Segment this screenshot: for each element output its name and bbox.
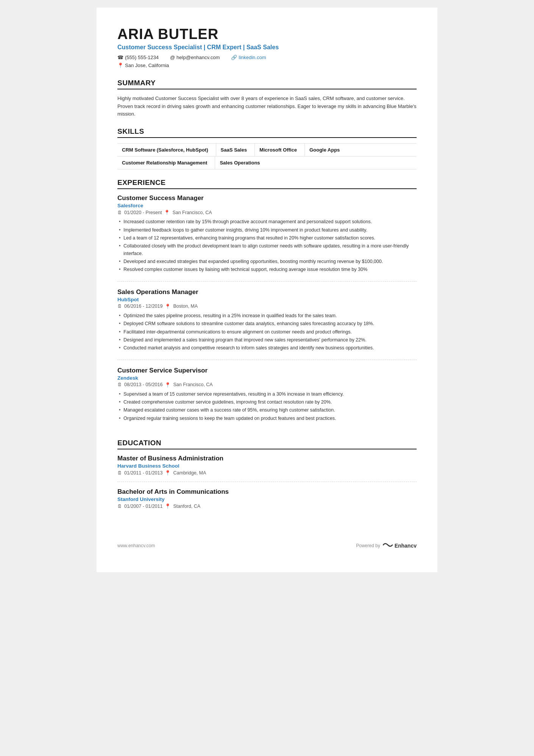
job-dates-2: 08/2013 - 05/2016 bbox=[124, 382, 162, 387]
skill-crm2: Customer Relationship Management bbox=[117, 157, 215, 169]
bullet-1-3: Designed and implemented a sales trainin… bbox=[117, 337, 417, 344]
candidate-name: ARIA BUTLER bbox=[117, 27, 417, 42]
linkedin-contact[interactable]: 🔗 linkedin.com bbox=[231, 55, 266, 60]
skill-google: Google Apps bbox=[305, 144, 347, 156]
job-entry-0: Customer Success Manager Salesforce 🗓 01… bbox=[117, 194, 417, 282]
edu-dates-1: 01/2007 - 01/2011 bbox=[124, 504, 162, 509]
email-icon: @ bbox=[170, 55, 175, 60]
education-section: EDUCATION Master of Business Administrat… bbox=[117, 439, 417, 515]
skills-row-2: Customer Relationship Management Sales O… bbox=[117, 157, 417, 169]
job-title-2: Customer Service Supervisor bbox=[117, 367, 417, 374]
job-dates-1: 06/2016 - 12/2019 bbox=[124, 304, 162, 309]
job-entry-1: Sales Operations Manager HubSpot 🗓 06/20… bbox=[117, 288, 417, 360]
skill-salesops: Sales Operations bbox=[215, 157, 267, 169]
summary-section: SUMMARY Highly motivated Customer Succes… bbox=[117, 79, 417, 118]
resume-page: ARIA BUTLER Customer Success Specialist … bbox=[97, 8, 437, 572]
job-meta-1: 🗓 06/2016 - 12/2019 📍 Boston, MA bbox=[117, 304, 417, 309]
experience-title: EXPERIENCE bbox=[117, 178, 417, 189]
calendar-icon-2: 🗓 bbox=[117, 382, 122, 387]
header: ARIA BUTLER Customer Success Specialist … bbox=[117, 27, 417, 70]
calendar-icon-1: 🗓 bbox=[117, 304, 122, 309]
bullet-1-0: Optimized the sales pipeline process, re… bbox=[117, 312, 417, 319]
email-contact: @ help@enhancv.com bbox=[170, 55, 220, 60]
job-meta-sep-2: 📍 bbox=[165, 382, 171, 388]
linkedin-icon: 🔗 bbox=[231, 55, 237, 60]
job-meta-2: 🗓 08/2013 - 05/2016 📍 San Francisco, CA bbox=[117, 382, 417, 388]
edu-location-0: Cambridge, MA bbox=[173, 470, 206, 476]
page-footer: www.enhancv.com Powered by Enhancv bbox=[117, 538, 417, 549]
edu-meta-sep-1: 📍 bbox=[165, 503, 171, 509]
enhancv-brand-name: Enhancv bbox=[395, 543, 417, 549]
job-title-1: Sales Operations Manager bbox=[117, 288, 417, 296]
calendar-edu-icon-0: 🗓 bbox=[117, 470, 122, 476]
skills-row-1: CRM Software (Salesforce, HubSpot) SaaS … bbox=[117, 143, 417, 157]
edu-location-1: Stanford, CA bbox=[173, 504, 200, 509]
education-title: EDUCATION bbox=[117, 439, 417, 449]
footer-url: www.enhancv.com bbox=[117, 543, 155, 548]
bullet-0-1: Implemented feedback loops to gather cus… bbox=[117, 227, 417, 234]
location-contact: 📍 San Jose, California bbox=[117, 63, 169, 68]
job-location-2: San Francisco, CA bbox=[173, 382, 212, 387]
powered-by-text: Powered by bbox=[356, 543, 380, 548]
calendar-edu-icon-1: 🗓 bbox=[117, 504, 122, 509]
skill-crm: CRM Software (Salesforce, HubSpot) bbox=[117, 144, 216, 156]
company-name-0: Salesforce bbox=[117, 203, 417, 208]
edu-meta-sep-0: 📍 bbox=[165, 470, 171, 476]
edu-school-1: Stanford University bbox=[117, 496, 417, 502]
bullet-0-3: Collaborated closely with the product de… bbox=[117, 243, 417, 257]
job-bullets-2: Supervised a team of 15 customer service… bbox=[117, 391, 417, 423]
phone-number: (555) 555-1234 bbox=[125, 55, 159, 60]
job-meta-0: 🗓 01/2020 - Present 📍 San Francisco, CA bbox=[117, 210, 417, 215]
bullet-2-3: Organized regular training sessions to k… bbox=[117, 415, 417, 422]
company-name-1: HubSpot bbox=[117, 297, 417, 302]
bullet-2-0: Supervised a team of 15 customer service… bbox=[117, 391, 417, 398]
bullet-0-4: Developed and executed strategies that e… bbox=[117, 258, 417, 265]
bullet-1-4: Conducted market analysis and competitiv… bbox=[117, 344, 417, 352]
job-meta-sep-0: 📍 bbox=[164, 210, 170, 215]
phone-contact: ☎ (555) 555-1234 bbox=[117, 55, 159, 60]
bullet-0-0: Increased customer retention rate by 15%… bbox=[117, 218, 417, 225]
calendar-icon-0: 🗓 bbox=[117, 210, 122, 215]
linkedin-url[interactable]: linkedin.com bbox=[239, 55, 266, 60]
job-bullets-1: Optimized the sales pipeline process, re… bbox=[117, 312, 417, 352]
footer-powered-by: Powered by Enhancv bbox=[356, 542, 417, 549]
phone-icon: ☎ bbox=[117, 55, 123, 60]
job-dates-0: 01/2020 - Present bbox=[124, 210, 162, 215]
company-name-2: Zendesk bbox=[117, 375, 417, 381]
skills-grid: CRM Software (Salesforce, HubSpot) SaaS … bbox=[117, 143, 417, 169]
bullet-1-1: Deployed CRM software solutions to strea… bbox=[117, 320, 417, 327]
experience-section: EXPERIENCE Customer Success Manager Sale… bbox=[117, 178, 417, 430]
edu-degree-0: Master of Business Administration bbox=[117, 455, 417, 462]
skill-saas: SaaS Sales bbox=[216, 144, 255, 156]
skills-title: SKILLS bbox=[117, 127, 417, 138]
bullet-0-5: Resolved complex customer issues by liai… bbox=[117, 266, 417, 273]
job-title-0: Customer Success Manager bbox=[117, 194, 417, 202]
job-location-0: San Francisco, CA bbox=[172, 210, 212, 215]
bullet-1-2: Facilitated inter-departmental communica… bbox=[117, 329, 417, 336]
contact-row-2: 📍 San Jose, California bbox=[117, 63, 417, 70]
edu-meta-1: 🗓 01/2007 - 01/2011 📍 Stanford, CA bbox=[117, 503, 417, 509]
candidate-title: Customer Success Specialist | CRM Expert… bbox=[117, 44, 417, 51]
skill-msoffice: Microsoft Office bbox=[255, 144, 305, 156]
location-text: San Jose, California bbox=[125, 63, 169, 68]
location-icon: 📍 bbox=[117, 63, 123, 68]
bullet-0-2: Led a team of 12 representatives, enhanc… bbox=[117, 235, 417, 242]
education-entry-0: Master of Business Administration Harvar… bbox=[117, 455, 417, 482]
education-entry-1: Bachelor of Arts in Communications Stanf… bbox=[117, 488, 417, 515]
summary-title: SUMMARY bbox=[117, 79, 417, 89]
bullet-2-2: Managed escalated customer cases with a … bbox=[117, 407, 417, 414]
job-entry-2: Customer Service Supervisor Zendesk 🗓 08… bbox=[117, 367, 417, 430]
edu-degree-1: Bachelor of Arts in Communications bbox=[117, 488, 417, 496]
email-address: help@enhancv.com bbox=[176, 55, 220, 60]
edu-meta-0: 🗓 01/2011 - 01/2013 📍 Cambridge, MA bbox=[117, 470, 417, 476]
bullet-2-1: Created comprehensive customer service g… bbox=[117, 399, 417, 406]
job-location-1: Boston, MA bbox=[173, 304, 198, 309]
summary-text: Highly motivated Customer Success Specia… bbox=[117, 95, 417, 118]
edu-school-0: Harvard Business School bbox=[117, 463, 417, 469]
contact-row-1: ☎ (555) 555-1234 @ help@enhancv.com 🔗 li… bbox=[117, 55, 417, 62]
job-bullets-0: Increased customer retention rate by 15%… bbox=[117, 218, 417, 274]
edu-dates-0: 01/2011 - 01/2013 bbox=[124, 470, 162, 476]
skills-section: SKILLS CRM Software (Salesforce, HubSpot… bbox=[117, 127, 417, 169]
enhancv-brand: Enhancv bbox=[383, 542, 417, 549]
enhancv-logo-icon bbox=[383, 542, 393, 549]
